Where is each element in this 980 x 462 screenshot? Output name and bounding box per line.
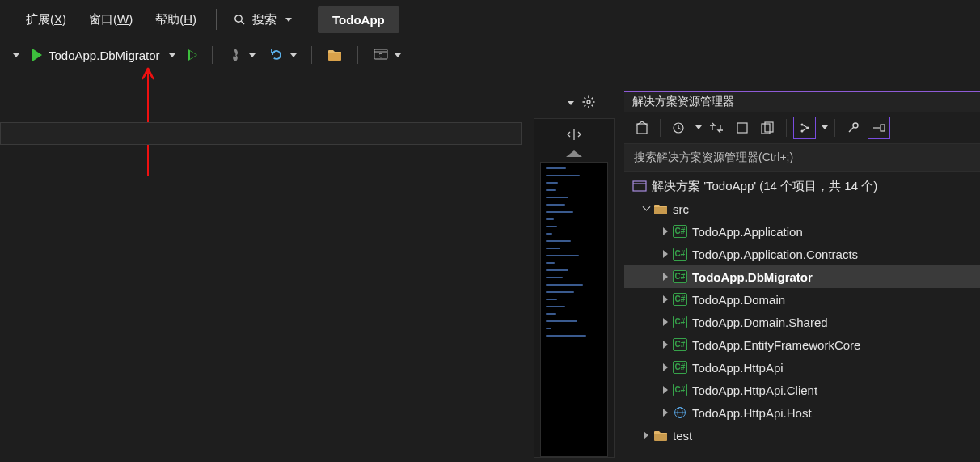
flame-icon xyxy=(227,47,243,63)
tree-project[interactable]: C#TodoApp.Application xyxy=(624,220,980,243)
projects-list: C#TodoApp.ApplicationC#TodoApp.Applicati… xyxy=(624,220,980,424)
start-debug-button[interactable]: TodoApp.DbMigrator xyxy=(29,45,179,66)
tree-project[interactable]: C#TodoApp.HttpApi.Client xyxy=(624,379,980,401)
svg-rect-16 xyxy=(637,124,647,134)
hot-reload-button[interactable] xyxy=(224,45,259,65)
expand-toggle[interactable] xyxy=(640,430,652,441)
tree-project[interactable]: C#TodoApp.DbMigrator xyxy=(624,265,980,288)
project-label: TodoApp.Domain.Shared xyxy=(692,316,828,329)
browser-link-icon xyxy=(373,47,389,63)
menu-bar: 扩展(X) 窗口(W) 帮助(H) 搜索 TodoApp xyxy=(0,0,980,39)
chevron-down-icon xyxy=(13,53,19,57)
split-icon[interactable] xyxy=(567,129,581,142)
folder-icon xyxy=(327,47,343,63)
solution-explorer-title[interactable]: 解决方案资源管理器 xyxy=(624,92,980,112)
global-search[interactable]: 搜索 xyxy=(226,9,298,31)
svg-rect-38 xyxy=(654,433,667,441)
svg-line-13 xyxy=(592,98,593,100)
tree-project[interactable]: C#TodoApp.Domain xyxy=(624,288,980,311)
svg-line-29 xyxy=(849,127,854,132)
folder-icon xyxy=(653,201,668,216)
toolbar-separator xyxy=(660,119,661,137)
play-icon xyxy=(32,49,42,61)
sync-button[interactable] xyxy=(705,117,728,139)
project-label: TodoApp.Application.Contracts xyxy=(692,248,858,261)
debug-target-dropdown-pre[interactable] xyxy=(10,52,23,59)
expand-toggle[interactable] xyxy=(660,316,671,328)
csharp-project-icon: C# xyxy=(673,247,687,261)
toolbar-separator xyxy=(212,46,213,64)
expand-toggle[interactable] xyxy=(660,271,671,282)
main-toolbar: TodoApp.DbMigrator xyxy=(0,39,980,71)
preview-button[interactable] xyxy=(868,117,890,139)
csharp-project-icon: C# xyxy=(673,292,687,307)
show-all-files-button[interactable] xyxy=(757,117,779,139)
chevron-down-icon[interactable] xyxy=(822,125,828,129)
chevron-down-icon[interactable] xyxy=(695,125,702,129)
expand-toggle[interactable] xyxy=(660,226,671,237)
solution-explorer-search[interactable]: 搜索解决方案资源管理器(Ctrl+;) xyxy=(624,144,980,172)
menu-help[interactable]: 帮助(H) xyxy=(146,7,206,32)
csharp-project-icon: C# xyxy=(673,315,687,329)
expand-toggle[interactable] xyxy=(660,407,671,418)
start-without-debug-button[interactable] xyxy=(185,48,201,62)
tree-project[interactable]: C#TodoApp.Application.Contracts xyxy=(624,243,980,265)
csharp-project-icon: C# xyxy=(673,224,687,239)
menu-window[interactable]: 窗口(W) xyxy=(79,7,142,32)
refresh-icon xyxy=(268,47,285,63)
refresh-button[interactable] xyxy=(265,45,300,65)
menu-window-label: 窗口(W) xyxy=(89,12,133,26)
globe-icon xyxy=(673,405,687,420)
solution-search-placeholder: 搜索解决方案资源管理器(Ctrl+;) xyxy=(634,150,793,165)
gear-icon[interactable] xyxy=(582,95,595,111)
chevron-down-icon[interactable] xyxy=(568,101,574,105)
open-folder-button[interactable] xyxy=(323,45,346,65)
expand-toggle[interactable] xyxy=(640,203,652,214)
chevron-down-icon xyxy=(249,53,256,57)
svg-rect-32 xyxy=(633,181,646,191)
solution-explorer-title-label: 解决方案资源管理器 xyxy=(632,95,734,109)
svg-line-1 xyxy=(241,21,244,24)
expand-toggle[interactable] xyxy=(660,339,671,350)
menu-help-label: 帮助(H) xyxy=(155,12,196,26)
history-button[interactable] xyxy=(667,117,690,139)
view-switch-button[interactable] xyxy=(793,117,816,139)
tree-folder-test[interactable]: test xyxy=(624,424,980,447)
svg-line-12 xyxy=(592,105,593,107)
tree-project[interactable]: C#TodoApp.EntityFrameworkCore xyxy=(624,333,980,356)
expand-toggle[interactable] xyxy=(660,384,671,396)
solution-title-chip: TodoApp xyxy=(318,6,399,33)
play-outline-icon xyxy=(188,49,197,61)
chevron-down-icon xyxy=(285,18,292,22)
tree-solution-root[interactable]: 解决方案 'TodoApp' (14 个项目，共 14 个) xyxy=(624,175,980,197)
expand-toggle[interactable] xyxy=(660,248,671,260)
tree-project[interactable]: TodoApp.HttpApi.Host xyxy=(624,401,980,424)
minimap-body[interactable] xyxy=(540,162,608,457)
folder-test-label: test xyxy=(673,429,692,443)
properties-button[interactable] xyxy=(842,117,864,139)
svg-line-26 xyxy=(802,125,808,128)
editor-pane[interactable] xyxy=(0,122,522,145)
browser-link-button[interactable] xyxy=(370,45,404,65)
svg-line-14 xyxy=(585,105,586,107)
tree-project[interactable]: C#TodoApp.HttpApi xyxy=(624,356,980,379)
scope-button[interactable] xyxy=(731,117,754,139)
menu-extensions-label: 扩展(X) xyxy=(26,12,66,26)
solution-explorer-panel: 解决方案资源管理器 xyxy=(624,91,980,462)
svg-point-0 xyxy=(235,15,242,22)
svg-line-27 xyxy=(802,128,808,131)
svg-rect-34 xyxy=(654,206,667,214)
collapse-triangle-icon[interactable] xyxy=(566,150,582,157)
project-label: TodoApp.Domain xyxy=(692,293,785,307)
editor-minimap[interactable] xyxy=(534,118,615,458)
expand-toggle[interactable] xyxy=(660,362,671,373)
project-label: TodoApp.HttpApi.Host xyxy=(692,406,812,420)
menu-separator xyxy=(216,9,217,30)
chevron-down-icon xyxy=(290,53,297,57)
expand-toggle[interactable] xyxy=(660,294,671,305)
tree-folder-src[interactable]: src xyxy=(624,197,980,220)
svg-point-6 xyxy=(587,100,590,104)
menu-extensions[interactable]: 扩展(X) xyxy=(16,7,76,32)
home-button[interactable] xyxy=(631,117,653,139)
tree-project[interactable]: C#TodoApp.Domain.Shared xyxy=(624,311,980,333)
